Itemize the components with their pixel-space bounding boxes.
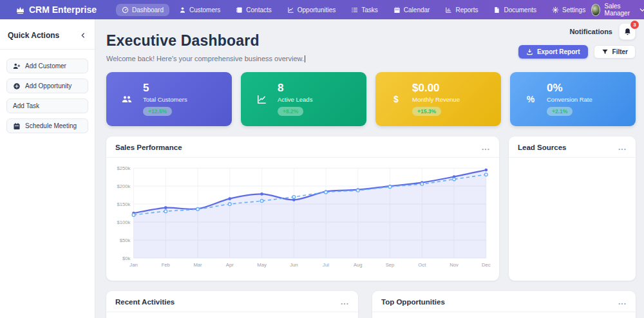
- export-report-button[interactable]: Export Report: [518, 45, 588, 59]
- nav-label: Calendar: [404, 6, 430, 14]
- card-menu-button[interactable]: ...: [341, 300, 349, 304]
- gear-icon: [552, 6, 559, 14]
- nav-item-reports[interactable]: Reports: [439, 4, 484, 16]
- bell-icon: [623, 28, 632, 36]
- sales-performance-chart: $0k$50k$100k$150k$200k$250kJanFebMarAprM…: [106, 158, 499, 277]
- svg-text:$100k: $100k: [117, 220, 130, 225]
- card-title: Sales Performance: [115, 144, 182, 151]
- svg-text:Nov: Nov: [450, 262, 459, 268]
- nav-items: Dashboard Customers Contacts Opportuniti…: [116, 4, 591, 16]
- nav-item-calendar[interactable]: Calendar: [388, 4, 436, 16]
- chevron-left-icon[interactable]: [79, 32, 87, 39]
- card-menu-button[interactable]: ...: [482, 145, 490, 149]
- nav-label: Contacts: [246, 6, 271, 14]
- svg-text:Sep: Sep: [386, 262, 395, 268]
- stat-label: Conversion Rate: [547, 96, 592, 103]
- sidebar-title: Quick Actions: [8, 31, 59, 40]
- crown-icon: [15, 5, 25, 15]
- page-title: Executive Dashboard: [106, 32, 305, 50]
- dollar-icon: $: [388, 94, 404, 104]
- gauge-icon: [122, 6, 129, 14]
- user-menu[interactable]: Sales Manager: [591, 3, 644, 17]
- svg-text:Oct: Oct: [418, 262, 426, 268]
- nav-item-customers[interactable]: Customers: [173, 4, 226, 16]
- funnel-icon: [601, 48, 609, 55]
- address-book-icon: [236, 6, 243, 14]
- action-label: Schedule Meeting: [25, 122, 77, 129]
- stat-card-active-leads: 8 Active Leads +8.2%: [241, 72, 366, 126]
- recent-activities-card: Recent Activities ...: [106, 291, 358, 318]
- nav-item-opportunities[interactable]: Opportunities: [281, 4, 341, 16]
- person-icon: [179, 6, 186, 14]
- action-label: Add Opportunity: [25, 82, 71, 89]
- stat-change-badge: +15.3%: [412, 107, 441, 116]
- nav-item-documents[interactable]: Documents: [488, 4, 542, 16]
- list-icon: [351, 6, 358, 14]
- notifications-label: Notifications: [569, 28, 612, 35]
- svg-text:$0k: $0k: [122, 256, 131, 261]
- calendar-icon: [393, 6, 401, 14]
- nav-label: Documents: [504, 6, 536, 14]
- top-opportunities-card: Top Opportunities ...: [372, 291, 636, 318]
- notifications-button[interactable]: 3: [619, 23, 636, 40]
- chart-line-icon: [287, 6, 294, 14]
- nav-label: Tasks: [361, 6, 378, 14]
- bar-chart-icon: [445, 6, 452, 14]
- nav-item-contacts[interactable]: Contacts: [230, 4, 277, 16]
- file-icon: [493, 6, 500, 14]
- add-customer-button[interactable]: Add Customer: [6, 59, 88, 73]
- svg-text:May: May: [257, 262, 267, 268]
- percent-icon: %: [522, 94, 539, 104]
- stat-value: 5: [143, 82, 187, 95]
- svg-text:Apr: Apr: [226, 262, 234, 268]
- svg-text:Jan: Jan: [129, 262, 137, 268]
- card-title: Top Opportunities: [381, 298, 445, 306]
- main-content: Executive Dashboard Welcome back! Here's…: [95, 19, 644, 318]
- card-menu-button[interactable]: ...: [618, 300, 627, 304]
- svg-text:Aug: Aug: [354, 262, 363, 268]
- nav-label: Dashboard: [132, 6, 164, 14]
- stat-change-badge: +2.1%: [547, 107, 573, 116]
- sales-performance-card: Sales Performance ... $0k$50k$100k$150k$…: [106, 136, 499, 281]
- stat-label: Total Customers: [143, 96, 187, 103]
- stat-card-total-customers: 5 Total Customers +12.5%: [106, 72, 232, 126]
- svg-text:Jun: Jun: [290, 262, 298, 268]
- chart-line-icon: [253, 94, 270, 105]
- chevron-down-icon: [638, 6, 644, 14]
- user-name: Sales Manager: [605, 3, 634, 17]
- card-title: Lead Sources: [518, 144, 566, 151]
- nav-item-settings[interactable]: Settings: [546, 4, 591, 16]
- schedule-meeting-button[interactable]: Schedule Meeting: [6, 118, 88, 133]
- quick-actions-sidebar: Quick Actions Add Customer Add Opportuni…: [0, 19, 95, 318]
- nav-label: Settings: [562, 6, 585, 14]
- download-icon: [526, 48, 533, 55]
- nav-label: Opportunities: [298, 6, 336, 14]
- filter-button[interactable]: Filter: [594, 45, 636, 59]
- add-task-button[interactable]: Add Task: [6, 98, 88, 113]
- nav-label: Customers: [189, 6, 220, 14]
- svg-text:Jul: Jul: [323, 262, 329, 268]
- stat-card-monthly-revenue: $ $0.00 Monthly Revenue +15.3%: [375, 72, 501, 126]
- stat-label: Monthly Revenue: [412, 96, 460, 103]
- svg-text:Feb: Feb: [162, 262, 170, 268]
- card-menu-button[interactable]: ...: [618, 145, 627, 149]
- stat-label: Active Leads: [278, 96, 312, 103]
- svg-text:Dec: Dec: [482, 262, 491, 268]
- brand: CRM Enterprise: [15, 5, 97, 15]
- svg-text:Mar: Mar: [193, 262, 202, 268]
- stat-value: $0.00: [412, 82, 460, 95]
- avatar: [591, 4, 600, 16]
- stat-value: 0%: [547, 82, 592, 95]
- svg-text:$250k: $250k: [117, 165, 130, 171]
- text-caret: [305, 55, 305, 62]
- divider: [0, 49, 95, 50]
- stat-card-conversion-rate: % 0% Conversion Rate +2.1%: [510, 72, 636, 126]
- stat-value: 8: [278, 82, 312, 95]
- nav-item-dashboard[interactable]: Dashboard: [116, 4, 169, 16]
- action-label: Add Task: [13, 102, 39, 109]
- filter-label: Filter: [612, 48, 628, 55]
- action-label: Add Customer: [25, 62, 66, 70]
- svg-text:$50k: $50k: [120, 238, 131, 243]
- nav-item-tasks[interactable]: Tasks: [345, 4, 384, 16]
- add-opportunity-button[interactable]: Add Opportunity: [6, 79, 88, 93]
